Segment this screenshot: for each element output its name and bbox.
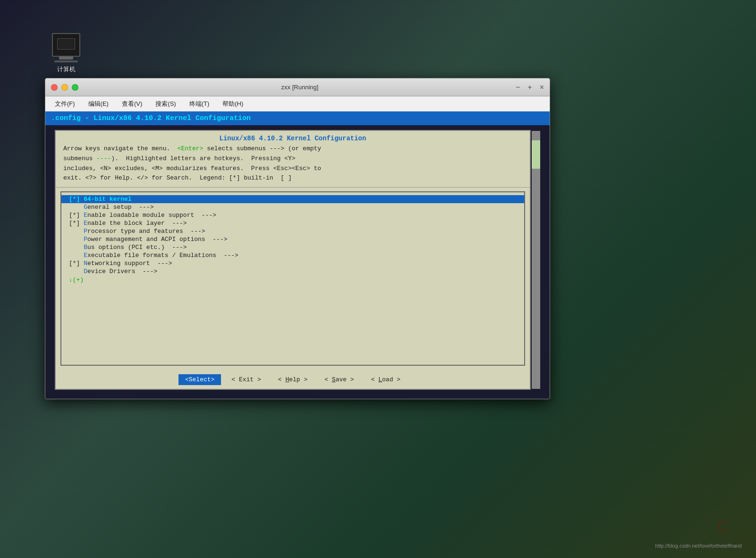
menu-item-processor-type[interactable]: Processor type and features ---> [61,227,524,235]
window-close-icon[interactable]: × [540,83,544,92]
menu-item-64bit-kernel[interactable]: [*] 64-bit kernel [61,195,524,203]
computer-icon [52,33,80,57]
kconfig-menu-area: [*] 64-bit kernel General setup ---> [*]… [60,191,525,366]
menu-view[interactable]: 查看(V) [116,98,148,110]
menu-item-loadable-module[interactable]: [*] Enable loadable module support ---> [61,211,524,219]
window-expand-icon[interactable]: + [527,83,532,92]
menu-search[interactable]: 搜索(S) [150,98,181,110]
kconfig-box: Linux/x86 4.10.2 Kernel Configuration Ar… [55,130,531,390]
window-titlebar: zxx [Running] − + × [45,78,550,96]
button-exit[interactable]: < Exit > [225,374,267,385]
menu-item-general-setup[interactable]: General setup ---> [61,203,524,211]
kconfig-scrollbar[interactable] [532,131,540,389]
kconfig-bottom-marker: ↓(+) [61,275,524,284]
minimize-button[interactable] [61,84,68,91]
menu-help[interactable]: 帮助(H) [217,98,249,110]
terminal-content: .config - Linux/x86 4.10.2 Kernel Config… [45,112,550,399]
watermark-logo: C [704,513,742,541]
menu-edit[interactable]: 编辑(E) [83,98,114,110]
button-save[interactable]: < Save > [318,374,360,385]
desktop: 计算机 zxx [Running] − + × 文件(F) 编辑(E) 查看(V… [0,0,756,558]
button-help[interactable]: < Help > [272,374,314,385]
kconfig-outer: Linux/x86 4.10.2 Kernel Configuration Ar… [45,125,550,395]
window-title-right-controls: − + × [516,83,544,92]
computer-icon-label: 计算机 [57,65,76,74]
menu-item-exe-formats[interactable]: Executable file formats / Emulations ---… [61,251,524,259]
window-menubar: 文件(F) 编辑(E) 查看(V) 搜索(S) 终端(T) 帮助(H) [45,96,550,112]
menu-file[interactable]: 文件(F) [49,98,81,110]
scrollbar-thumb[interactable] [532,140,540,169]
csdn-logo-icon: C [717,517,729,537]
window-controls [51,84,78,91]
menu-item-device-drivers[interactable]: Device Drivers ---> [61,267,524,275]
terminal-header-bar: .config - Linux/x86 4.10.2 Kernel Config… [45,112,550,125]
kconfig-button-bar: <Select> < Exit > < Help > < Save > < Lo… [56,369,530,389]
menu-item-block-layer[interactable]: [*] Enable the block layer ---> [61,219,524,227]
window-minimize-icon[interactable]: − [516,83,520,92]
desktop-icon-computer[interactable]: 计算机 [47,33,85,74]
kconfig-title: Linux/x86 4.10.2 Kernel Configuration [56,131,530,144]
menu-terminal[interactable]: 终端(T) [184,98,215,110]
kconfig-instructions: Arrow keys navigate the menu. <Enter> se… [56,144,530,188]
button-select[interactable]: <Select> [178,374,221,385]
terminal-window: zxx [Running] − + × 文件(F) 编辑(E) 查看(V) 搜索… [45,78,550,399]
close-button[interactable] [51,84,58,91]
svg-rect-1 [59,40,74,48]
menu-item-networking[interactable]: [*] Networking support ---> [61,259,524,267]
watermark: C http://blog.csdn.net/loveforthelefthan… [655,513,742,549]
button-load[interactable]: < Load > [365,374,407,385]
menu-item-bus-options[interactable]: Bus options (PCI etc.) ---> [61,243,524,251]
menu-item-power-mgmt[interactable]: Power management and ACPI options ---> [61,235,524,243]
window-title: zxx [Running] [84,84,516,91]
watermark-url: http://blog.csdn.net/loveforthelefthand [655,543,742,549]
maximize-button[interactable] [72,84,78,91]
